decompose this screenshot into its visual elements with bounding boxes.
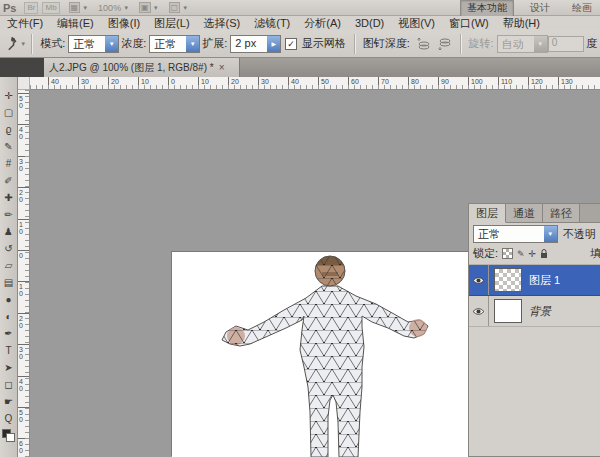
ruler-tick: 6 0: [18, 438, 30, 454]
pin-depth-label: 图钉深度:: [363, 36, 410, 51]
menu-item-3d[interactable]: 3D(D): [348, 17, 391, 29]
mini-bridge-button[interactable]: Mb: [42, 2, 59, 14]
dodge-tool[interactable]: ◐: [1, 308, 17, 325]
document-tab[interactable]: 人2.JPG @ 100% (图层 1, RGB/8#) * ×: [44, 58, 240, 77]
view-extras-button[interactable]: ▦ ▼: [69, 2, 89, 13]
visibility-toggle[interactable]: [469, 296, 489, 326]
layer-row-background[interactable]: 背景: [469, 296, 600, 327]
tab-layers[interactable]: 图层: [469, 204, 506, 223]
rotate-select[interactable]: 自动 ▼: [497, 35, 548, 53]
ruler-tick: 90: [438, 77, 449, 89]
blur-tool[interactable]: ●: [1, 291, 17, 308]
gradient-tool[interactable]: ▤: [1, 274, 17, 291]
color-swatches[interactable]: [2, 429, 15, 442]
chevron-down-icon: ▼: [534, 36, 547, 52]
menu-item-window[interactable]: 窗口(W): [442, 16, 496, 31]
lock-position-icon[interactable]: ✛: [529, 249, 537, 259]
workspace-painting-button[interactable]: 绘画: [566, 0, 598, 16]
layer-thumbnail[interactable]: [494, 268, 522, 292]
lock-all-icon[interactable]: [540, 249, 548, 259]
layer-name: 背景: [522, 304, 551, 319]
ruler-tick: 30: [78, 77, 89, 89]
layer-name: 图层 1: [522, 273, 560, 288]
clone-stamp-tool[interactable]: ♟: [1, 223, 17, 240]
document-canvas[interactable]: [172, 252, 470, 457]
lasso-tool[interactable]: ϱ: [1, 121, 17, 138]
visibility-toggle[interactable]: [469, 265, 489, 295]
workspace-essentials-button[interactable]: 基本功能: [460, 0, 514, 17]
zoom-tool[interactable]: Q: [1, 410, 17, 427]
close-icon[interactable]: ×: [219, 62, 225, 73]
eraser-tool[interactable]: ▱: [1, 257, 17, 274]
rotate-angle-input[interactable]: 0: [548, 36, 584, 52]
menu-item-analysis[interactable]: 分析(A): [297, 16, 348, 31]
lock-label: 锁定:: [473, 246, 498, 261]
marquee-tool[interactable]: ▢: [1, 104, 17, 121]
ruler-tick: 120: [528, 77, 543, 89]
ruler-tick: 40: [288, 77, 299, 89]
menu-item-layer[interactable]: 图层(L): [147, 16, 196, 31]
lock-row: 锁定: ✎ ✛ 填: [469, 245, 600, 265]
bridge-button[interactable]: Br: [24, 2, 38, 14]
menu-item-select[interactable]: 选择(S): [197, 16, 248, 31]
pin-depth-backward-button[interactable]: [435, 35, 454, 52]
layer-thumbnail[interactable]: [494, 299, 522, 323]
spinner-arrow-icon: ▶: [267, 36, 280, 52]
move-tool[interactable]: ✛: [1, 87, 17, 104]
quick-selection-tool[interactable]: ✎: [1, 138, 17, 155]
ruler-tick: 3 0: [18, 344, 30, 360]
expansion-input[interactable]: 2 px ▶: [230, 35, 281, 53]
ruler-tick: 100: [468, 77, 483, 89]
pin-depth-forward-button[interactable]: [414, 35, 433, 52]
lock-pixels-icon[interactable]: ✎: [517, 249, 525, 259]
menu-item-help[interactable]: 帮助(H): [496, 16, 547, 31]
eyedropper-tool[interactable]: ✐: [1, 172, 17, 189]
lock-transparency-icon[interactable]: [502, 248, 513, 259]
pen-tool[interactable]: ✒: [1, 325, 17, 342]
expansion-value: 2 px: [231, 36, 267, 52]
workspace-design-button[interactable]: 设计: [524, 0, 556, 16]
layers-panel-tabs: 图层 通道 路径: [469, 204, 600, 223]
blend-mode-select[interactable]: 正常 ▼: [473, 225, 558, 243]
background-color[interactable]: [6, 433, 15, 442]
chevron-down-icon: ▼: [153, 5, 159, 11]
menu-item-edit[interactable]: 编辑(E): [50, 16, 101, 31]
ruler-tick: 4 0: [18, 376, 30, 392]
screen-mode-icon: ▢: [169, 2, 181, 13]
ruler-tick: 20: [108, 77, 119, 89]
ruler-tick: 110: [498, 77, 512, 89]
show-mesh-checkbox[interactable]: ✓: [285, 38, 296, 50]
brush-tool[interactable]: ✏: [1, 206, 17, 223]
ruler-corner: [18, 77, 30, 90]
screen-mode-button[interactable]: ▢ ▼: [169, 2, 189, 13]
layer-row-layer1[interactable]: 图层 1: [469, 265, 600, 296]
density-select[interactable]: 正常 ▼: [149, 35, 200, 53]
puppet-warp-mesh-person[interactable]: [172, 252, 470, 457]
menu-item-filter[interactable]: 滤镜(T): [247, 16, 297, 31]
menu-item-image[interactable]: 图像(I): [101, 16, 147, 31]
mode-select[interactable]: 正常 ▼: [68, 35, 119, 53]
shape-tool[interactable]: ◻: [1, 376, 17, 393]
menu-item-view[interactable]: 视图(V): [391, 16, 442, 31]
blend-mode-row: 正常 ▼ 不透明: [469, 223, 600, 245]
history-brush-tool[interactable]: ↺: [1, 240, 17, 257]
type-tool[interactable]: T: [1, 342, 17, 359]
separator: [460, 34, 462, 54]
menu-item-file[interactable]: 文件(F): [0, 16, 50, 31]
vertical-ruler: 5 04 03 02 01 001 02 03 04 05 06 0: [18, 90, 30, 457]
healing-brush-tool[interactable]: ✚: [1, 189, 17, 206]
mode-value: 正常: [69, 36, 105, 52]
ruler-tick: 2 0: [18, 187, 30, 203]
ruler-tick: 130: [558, 77, 573, 89]
hand-tool[interactable]: ☛: [1, 393, 17, 410]
tab-bar-edge: [0, 58, 44, 77]
density-value: 正常: [150, 36, 186, 52]
eye-icon: [472, 276, 485, 285]
eye-icon: [472, 307, 485, 316]
arrange-documents-button[interactable]: ▣ ▼: [139, 2, 159, 13]
tab-paths[interactable]: 路径: [543, 204, 580, 222]
crop-tool[interactable]: #: [1, 155, 17, 172]
zoom-level-button[interactable]: 100% ▼: [98, 3, 129, 13]
tab-channels[interactable]: 通道: [506, 204, 543, 222]
path-selection-tool[interactable]: ➤: [1, 359, 17, 376]
